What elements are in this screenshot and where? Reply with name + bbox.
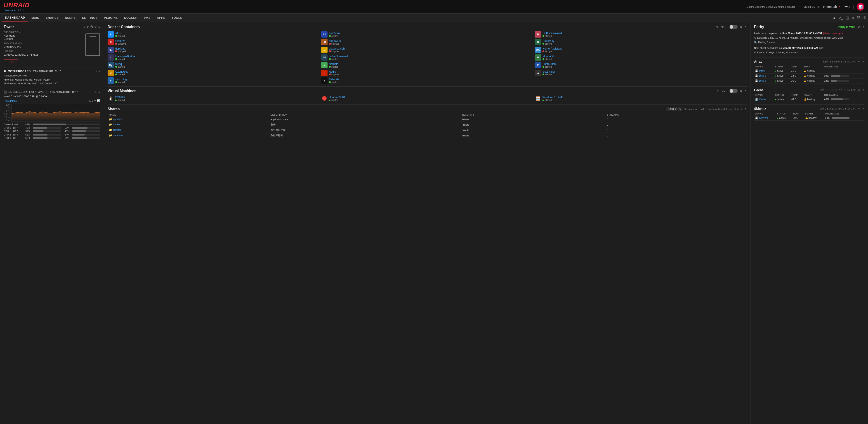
docker-item-name[interactable]: dupeGuru (329, 39, 341, 43)
nav-icon-display[interactable]: ◫ (846, 16, 849, 20)
docker-item-name[interactable]: LofterDownload (329, 55, 348, 58)
docker-item-name[interactable]: sist2-index (542, 70, 555, 73)
nav-item-users[interactable]: USERS (62, 13, 79, 22)
docker-item-name[interactable]: ClamAV (115, 39, 126, 43)
array-title: Array (754, 60, 763, 63)
motherboard-header: 🖥 MOTHERBOARD Temperature: 32 °C ℹ ∧ (4, 70, 100, 73)
device-name-link[interactable]: Cache (759, 98, 766, 101)
cache-gear-icon[interactable]: ⚙ (858, 88, 861, 92)
nav-item-docker[interactable]: DOCKER (121, 13, 141, 22)
docker-item-name[interactable]: aria2-pro (329, 32, 340, 35)
nav-item-vms[interactable]: VMS (141, 13, 154, 22)
processor-chevron[interactable]: ∧ (98, 90, 100, 94)
shares-gear-icon[interactable]: ⚙ (740, 108, 743, 111)
share-name-link[interactable]: backup (113, 123, 121, 126)
tower-refresh-icon[interactable]: ↻ (87, 25, 89, 29)
share-name-link[interactable]: crawler (113, 129, 121, 131)
vm-name[interactable]: DS918+ (115, 96, 125, 99)
docker-item-name[interactable]: Netdata (329, 62, 338, 66)
skhynix-chevron-icon[interactable]: ∧ (862, 107, 864, 110)
device-name-link[interactable]: Parity (759, 69, 765, 72)
docker-item-name[interactable]: Home-Assistant (542, 47, 562, 50)
docker-item: B BiliBiliDownload started (535, 31, 747, 37)
skhynix-gear-icon[interactable]: ⚙ (858, 107, 861, 110)
tower-chevron-icon[interactable]: ∧ (98, 25, 100, 29)
disk-icon: 💾 (755, 79, 758, 82)
docker-item-status: stopped (115, 50, 126, 53)
docker-item: D Duplicacy started (535, 39, 747, 45)
array-gear-icon[interactable]: ⚙ (858, 60, 861, 63)
avatar[interactable]: 📊 (857, 3, 864, 11)
share-name-link[interactable]: appdata (113, 118, 122, 121)
processor-gear-icon[interactable]: ⚙ (94, 90, 97, 94)
parity-chevron-icon[interactable]: ∧ (862, 25, 864, 29)
nav-item-main[interactable]: MAIN (28, 13, 42, 22)
vm-name[interactable]: Ubuntu 22.04 (329, 96, 345, 99)
share-name-link[interactable]: database (113, 134, 123, 137)
docker-item-status: started (115, 73, 128, 76)
nav-icon-help[interactable]: ⓘ (863, 16, 866, 20)
share-streams: 0 (605, 117, 747, 122)
all-apps-toggle[interactable] (730, 25, 738, 29)
vm-name[interactable]: Windows 10 AME (542, 96, 564, 99)
docker-item-icon: B (535, 31, 541, 37)
array-chevron-icon[interactable]: ∧ (862, 60, 864, 63)
docker-item-name[interactable]: syncthing (115, 78, 127, 81)
nav-item-dashboard[interactable]: DASHBOARD (2, 13, 28, 22)
nav-icon-upload[interactable]: ▲ (833, 16, 836, 20)
tower-gear-icon[interactable]: ⚙ (94, 25, 97, 29)
nav-item-plugins[interactable]: PLUGINS (101, 13, 121, 22)
docker-item-name[interactable]: BiliBiliDownload (542, 32, 562, 35)
docker-item-status: started (542, 58, 555, 60)
docker-item-name[interactable]: PhotoPrism (542, 62, 557, 66)
nav-icon-terminal[interactable]: >_ (839, 16, 843, 20)
docker-item-name[interactable]: MongoDB (542, 55, 555, 58)
docker-item-name[interactable]: AList (115, 32, 125, 35)
docker-item-name[interactable]: QzoneGet (115, 70, 128, 73)
hide-details-link[interactable]: Hide details (4, 100, 17, 102)
nav-icon-monitor[interactable]: ⎈ (852, 16, 854, 20)
docker-item-name[interactable]: Icalingua-Bridge (115, 55, 135, 58)
device-name-link[interactable]: Skhynix (759, 116, 768, 119)
version-info-icon[interactable]: ℹ (23, 9, 24, 12)
chart-interval[interactable]: 30 s ▼ 📊 (88, 99, 100, 102)
all-vms-toggle[interactable] (730, 89, 738, 93)
docker-item-icon: A (107, 31, 114, 37)
folder-icon: 📁 (109, 134, 112, 137)
nav-icon-file[interactable]: ☷ (857, 16, 860, 20)
docker-item-name[interactable]: Duplicacy (542, 39, 554, 43)
cache-chevron-icon[interactable]: ∧ (862, 88, 864, 92)
docker-gear-icon[interactable]: ⚙ (740, 25, 742, 29)
tower-shutdown-icon[interactable]: ⏻ (90, 25, 93, 29)
docker-item-name[interactable]: Redis (329, 70, 340, 73)
tower-power-icon[interactable]: ○ (84, 25, 85, 29)
vm-chevron-icon[interactable]: ∧ (745, 89, 747, 92)
col-name: NAME (107, 113, 269, 117)
docker-item-name[interactable]: Tailscale (329, 78, 339, 81)
nav-item-shares[interactable]: SHARES (42, 13, 62, 22)
docker-item-name[interactable]: mysql (115, 62, 125, 66)
vm-gear-icon[interactable]: ⚙ (740, 89, 742, 92)
motherboard-chevron[interactable]: ∧ (98, 70, 100, 73)
folder-icon: 📁 (109, 129, 112, 131)
device-status: ●active (776, 116, 792, 121)
shares-chevron-icon[interactable]: ∧ (745, 108, 747, 111)
docker-item-name[interactable]: elasticsearch (329, 47, 345, 50)
col-desc: DESCRIPTION (269, 113, 460, 117)
registration-row: REGISTRATION Unraid OS Pro (4, 42, 82, 49)
docker-chevron-icon[interactable]: ∧ (745, 25, 747, 29)
parity-gear-icon[interactable]: ⚙ (858, 25, 860, 29)
docker-item-info: LofterDownload started (329, 55, 348, 60)
docker-item-name[interactable]: duplicati (115, 47, 126, 50)
device-name-link[interactable]: Disk 1 (759, 75, 766, 77)
device-name-link[interactable]: Disk 2 (759, 79, 766, 82)
server-name: HomeLab (823, 5, 837, 8)
smb-select[interactable]: SMB ▼ (666, 107, 682, 111)
edit-button[interactable]: EDIT (4, 59, 18, 65)
nav-item-tools[interactable]: TOOLS (168, 13, 185, 22)
motherboard-info-icon[interactable]: ℹ (96, 70, 97, 73)
share-desc: application data (269, 117, 460, 122)
parity-ago-link[interactable]: (eleven days ago) (823, 32, 843, 35)
nav-item-settings[interactable]: SETTINGS (79, 13, 101, 22)
nav-item-apps[interactable]: APPS (154, 13, 168, 22)
